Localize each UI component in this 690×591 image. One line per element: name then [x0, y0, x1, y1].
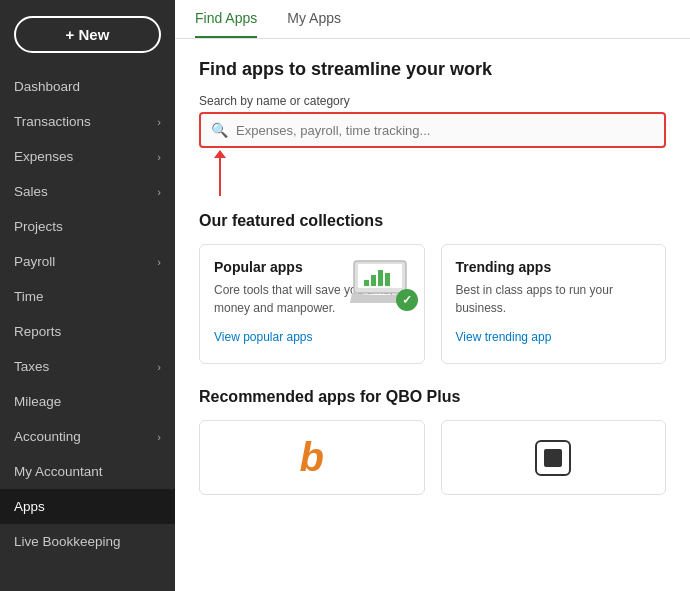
sidebar-item-label: Apps	[14, 499, 45, 514]
trending-apps-card-title: Trending apps	[456, 259, 652, 275]
search-icon: 🔍	[211, 122, 228, 138]
find-apps-title: Find apps to streamline your work	[199, 59, 666, 80]
search-label: Search by name or category	[199, 94, 666, 108]
laptop-icon: ✓	[350, 259, 410, 303]
annotation-arrow	[199, 156, 666, 196]
sidebar-item-payroll[interactable]: Payroll›	[0, 244, 175, 279]
sidebar-item-label: Expenses	[14, 149, 73, 164]
annotation-arrow-line	[219, 156, 221, 196]
sidebar-item-label: Mileage	[14, 394, 61, 409]
sidebar-item-dashboard[interactable]: Dashboard	[0, 69, 175, 104]
sidebar-item-label: Taxes	[14, 359, 49, 374]
svg-rect-5	[385, 273, 390, 286]
featured-cards-row: ✓ Popular apps Core tools that will save…	[199, 244, 666, 364]
recommended-app-card-2[interactable]	[441, 420, 667, 495]
recommended-cards-row: b	[199, 420, 666, 495]
chevron-right-icon: ›	[157, 186, 161, 198]
popular-apps-icon-area: ✓	[350, 259, 410, 303]
sidebar-item-time[interactable]: Time	[0, 279, 175, 314]
chevron-right-icon: ›	[157, 256, 161, 268]
sidebar-item-taxes[interactable]: Taxes›	[0, 349, 175, 384]
sidebar-item-label: My Accountant	[14, 464, 103, 479]
sidebar-item-label: Sales	[14, 184, 48, 199]
sidebar-item-mileage[interactable]: Mileage	[0, 384, 175, 419]
sidebar-item-accounting[interactable]: Accounting›	[0, 419, 175, 454]
sidebar-item-apps[interactable]: Apps	[0, 489, 175, 524]
chevron-right-icon: ›	[157, 116, 161, 128]
sidebar-item-transactions[interactable]: Transactions›	[0, 104, 175, 139]
chevron-right-icon: ›	[157, 431, 161, 443]
trending-apps-card: Trending apps Best in class apps to run …	[441, 244, 667, 364]
new-button-wrap: + New	[0, 0, 175, 69]
sidebar-item-label: Time	[14, 289, 44, 304]
sidebar-item-sales[interactable]: Sales›	[0, 174, 175, 209]
recommended-app-card-1[interactable]: b	[199, 420, 425, 495]
sidebar-item-label: Projects	[14, 219, 63, 234]
app-logo-b: b	[300, 435, 324, 480]
svg-rect-2	[364, 280, 369, 286]
sidebar-item-label: Reports	[14, 324, 61, 339]
popular-apps-card: ✓ Popular apps Core tools that will save…	[199, 244, 425, 364]
sidebar-item-projects[interactable]: Projects	[0, 209, 175, 244]
popular-apps-link[interactable]: View popular apps	[214, 330, 313, 344]
main-scrollable: Find apps to streamline your work Search…	[175, 39, 690, 591]
featured-title: Our featured collections	[199, 212, 666, 230]
chevron-right-icon: ›	[157, 361, 161, 373]
sidebar-nav: DashboardTransactions›Expenses›Sales›Pro…	[0, 69, 175, 591]
check-icon: ✓	[396, 289, 418, 311]
svg-rect-4	[378, 270, 383, 286]
tab-my-apps[interactable]: My Apps	[287, 10, 341, 38]
sidebar-item-label: Payroll	[14, 254, 55, 269]
recommended-title: Recommended apps for QBO Plus	[199, 388, 666, 406]
tab-find-apps[interactable]: Find Apps	[195, 10, 257, 38]
sidebar-item-label: Transactions	[14, 114, 91, 129]
search-input[interactable]	[236, 123, 654, 138]
sidebar-item-expenses[interactable]: Expenses›	[0, 139, 175, 174]
sidebar-item-my-accountant[interactable]: My Accountant	[0, 454, 175, 489]
app-logo-sq-inner	[544, 449, 562, 467]
chevron-right-icon: ›	[157, 151, 161, 163]
trending-apps-link[interactable]: View trending app	[456, 330, 552, 344]
sidebar: + New DashboardTransactions›Expenses›Sal…	[0, 0, 175, 591]
svg-rect-3	[371, 275, 376, 286]
sidebar-item-live-bookkeeping[interactable]: Live Bookkeeping	[0, 524, 175, 559]
search-box[interactable]: 🔍	[199, 112, 666, 148]
sidebar-item-label: Dashboard	[14, 79, 80, 94]
tabs-bar: Find Apps My Apps	[175, 0, 690, 39]
app-logo-sq	[535, 440, 571, 476]
sidebar-item-reports[interactable]: Reports	[0, 314, 175, 349]
main-content-area: Find Apps My Apps Find apps to streamlin…	[175, 0, 690, 591]
sidebar-item-label: Accounting	[14, 429, 81, 444]
new-button[interactable]: + New	[14, 16, 161, 53]
trending-apps-card-desc: Best in class apps to run your business.	[456, 281, 652, 317]
sidebar-item-label: Live Bookkeeping	[14, 534, 121, 549]
